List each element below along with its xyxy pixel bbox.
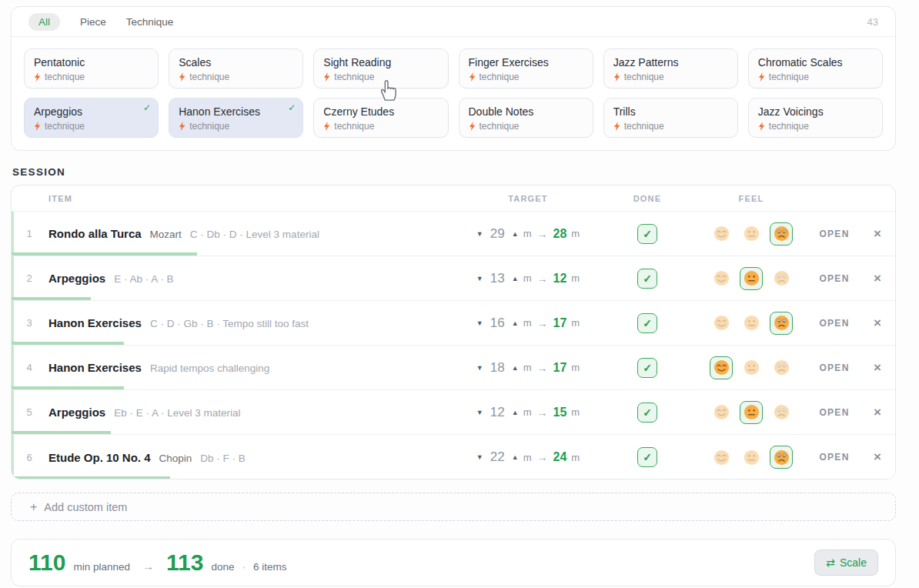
- done-checkbox[interactable]: ✓: [637, 269, 657, 289]
- library-chip[interactable]: Sight Reading technique ✓: [313, 48, 448, 89]
- done-minutes: 24: [553, 450, 567, 464]
- target-cell: ▼ 29 ▲ m → 28 m: [455, 226, 601, 242]
- library-chip[interactable]: Trills technique ✓: [603, 98, 738, 138]
- session-row: 2 Arpeggios E · Ab · A · B ▼ 13 ▲ m → 12…: [12, 256, 895, 301]
- item-title: Hanon Exercises: [48, 316, 142, 329]
- chip-tag-label: technique: [45, 72, 85, 82]
- feel-good-option[interactable]: [710, 401, 733, 424]
- close-icon[interactable]: ×: [860, 405, 895, 420]
- filter-tab-technique[interactable]: Technique: [126, 16, 174, 28]
- library-chip[interactable]: Finger Exercises technique ✓: [459, 48, 593, 89]
- feel-ok-option[interactable]: [740, 312, 763, 335]
- close-icon[interactable]: ×: [860, 226, 895, 242]
- target-cell: ▼ 22 ▲ m → 24 m: [455, 449, 601, 465]
- close-icon[interactable]: ×: [860, 449, 895, 465]
- progress-bar: [12, 342, 124, 345]
- done-checkbox[interactable]: ✓: [637, 447, 657, 467]
- done-minutes: 28: [553, 227, 567, 241]
- decrease-target-button[interactable]: ▼: [476, 319, 483, 327]
- library-chip[interactable]: Czerny Etudes technique ✓: [313, 98, 448, 138]
- feel-bad-option[interactable]: [770, 401, 793, 424]
- open-button[interactable]: OPEN: [809, 229, 860, 239]
- library-chip[interactable]: Hanon Exercises technique ✓: [169, 98, 303, 138]
- decrease-target-button[interactable]: ▼: [476, 230, 483, 238]
- feel-good-option[interactable]: [710, 222, 733, 246]
- target-minutes: 22: [488, 449, 505, 465]
- item-notes: C · Db · D · Level 3 material: [190, 229, 319, 240]
- decrease-target-button[interactable]: ▼: [476, 453, 483, 461]
- item-composer: Chopin: [159, 453, 192, 464]
- chip-title: Jazz Patterns: [613, 56, 728, 68]
- item-notes: Rapid tempos challenging: [150, 362, 269, 374]
- done-checkbox[interactable]: ✓: [637, 403, 657, 423]
- done-checkbox[interactable]: ✓: [637, 358, 657, 378]
- decrease-target-button[interactable]: ▼: [476, 409, 483, 416]
- close-icon[interactable]: ×: [860, 271, 895, 286]
- chip-title: Chromatic Scales: [758, 56, 873, 68]
- done-checkbox[interactable]: ✓: [637, 313, 657, 333]
- progress-bar: [12, 386, 124, 389]
- item-notes: Eb · E · A · Level 3 material: [114, 407, 240, 419]
- done-minutes: 17: [553, 361, 567, 375]
- chip-title: Jazz Voicings: [758, 105, 873, 118]
- decrease-target-button[interactable]: ▼: [476, 364, 483, 372]
- library-chip[interactable]: Chromatic Scales technique ✓: [748, 48, 883, 89]
- filter-tab-all[interactable]: All: [28, 13, 60, 31]
- bolt-icon: [34, 72, 41, 82]
- done-unit: m: [571, 317, 580, 329]
- feel-good-option[interactable]: [710, 267, 733, 290]
- row-index: 6: [12, 452, 47, 463]
- session-heading: SESSION: [12, 166, 65, 178]
- feel-ok-option[interactable]: [740, 446, 763, 469]
- increase-target-button[interactable]: ▲: [512, 230, 519, 238]
- feel-bad-option[interactable]: [770, 267, 793, 290]
- feel-ok-icon: [743, 269, 760, 287]
- session-row: 5 Arpeggios Eb · E · A · Level 3 materia…: [12, 390, 895, 435]
- feel-bad-option[interactable]: [770, 222, 793, 246]
- feel-good-option[interactable]: [710, 356, 733, 379]
- feel-ok-option[interactable]: [740, 222, 763, 246]
- increase-target-button[interactable]: ▲: [512, 409, 519, 416]
- chip-tag-label: technique: [45, 121, 85, 132]
- decrease-target-button[interactable]: ▼: [476, 275, 483, 282]
- chip-title: Trills: [613, 105, 728, 118]
- feel-bad-option[interactable]: [770, 356, 793, 379]
- close-icon[interactable]: ×: [860, 360, 895, 376]
- library-chip[interactable]: Pentatonic technique ✓: [24, 48, 159, 89]
- open-button[interactable]: OPEN: [809, 362, 860, 373]
- progress-bar: [12, 431, 111, 434]
- library-chip[interactable]: Jazz Voicings technique ✓: [748, 98, 883, 138]
- feel-bad-icon: [773, 314, 790, 332]
- done-checkbox[interactable]: ✓: [637, 224, 657, 244]
- feel-bad-option[interactable]: [770, 446, 793, 469]
- filter-tab-piece[interactable]: Piece: [80, 16, 106, 28]
- feel-ok-option[interactable]: [740, 267, 763, 290]
- chip-selected-check-icon: ✓: [288, 102, 296, 113]
- increase-target-button[interactable]: ▲: [512, 275, 519, 282]
- feel-ok-option[interactable]: [740, 356, 763, 379]
- feel-good-option[interactable]: [710, 446, 733, 469]
- increase-target-button[interactable]: ▲: [512, 453, 519, 461]
- library-grid: Pentatonic technique ✓ Scales technique …: [12, 37, 895, 149]
- session-table: ITEM TARGET DONE FEEL 1 Rondo alla Turca…: [11, 185, 896, 479]
- scale-button[interactable]: ⇄ Scale: [814, 550, 878, 576]
- open-button[interactable]: OPEN: [809, 407, 860, 418]
- library-chip[interactable]: Scales technique ✓: [169, 48, 303, 89]
- feel-bad-icon: [773, 403, 790, 421]
- feel-bad-option[interactable]: [770, 312, 793, 335]
- progress-bar: [12, 476, 170, 479]
- feel-good-option[interactable]: [710, 312, 733, 335]
- open-button[interactable]: OPEN: [809, 318, 860, 329]
- feel-ok-option[interactable]: [740, 401, 763, 424]
- increase-target-button[interactable]: ▲: [512, 364, 519, 372]
- library-chip[interactable]: Arpeggios technique ✓: [24, 98, 159, 138]
- open-button[interactable]: OPEN: [809, 452, 860, 463]
- row-index: 4: [12, 362, 47, 373]
- add-custom-item-button[interactable]: + Add custom item: [11, 493, 896, 521]
- item-title: Rondo alla Turca: [48, 227, 142, 240]
- library-chip[interactable]: Jazz Patterns technique ✓: [603, 48, 738, 89]
- increase-target-button[interactable]: ▲: [512, 319, 519, 327]
- close-icon[interactable]: ×: [860, 316, 895, 331]
- library-chip[interactable]: Double Notes technique ✓: [459, 98, 593, 138]
- open-button[interactable]: OPEN: [809, 273, 860, 284]
